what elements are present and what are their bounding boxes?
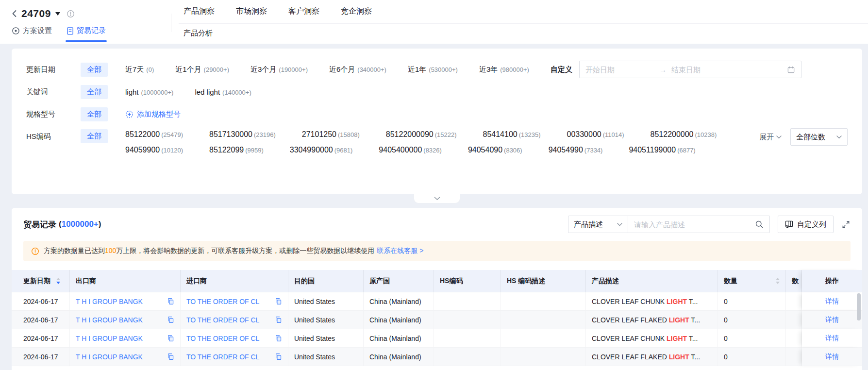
cell-product-desc: CLOVER LEAF FLAKED LIGHT T... — [586, 311, 718, 329]
date-option-3m[interactable]: 近3个月(190000+) — [250, 65, 308, 74]
keyword-option-light[interactable]: light(1000000+) — [125, 88, 173, 96]
sort-date-control[interactable] — [56, 276, 60, 286]
hs-code-option[interactable]: 9405400000(8326) — [379, 146, 442, 154]
customize-columns-label: 自定义列 — [797, 220, 826, 229]
fullscreen-icon[interactable] — [841, 220, 851, 229]
end-date-input[interactable] — [671, 66, 744, 74]
cell-exporter: T H I GROUP BANGK — [70, 329, 181, 348]
tab-trade-records[interactable]: 贸易记录 — [67, 26, 106, 35]
collapse-filter-tab[interactable] — [414, 194, 460, 203]
nav-product-insight[interactable]: 产品洞察 — [184, 6, 215, 17]
cell-unit — [786, 348, 802, 366]
copy-icon[interactable] — [271, 353, 282, 360]
date-option-3y[interactable]: 近3年(980000+) — [479, 65, 529, 74]
keyword-highlight: LIGHT — [667, 298, 687, 305]
detail-link[interactable]: 详情 — [825, 353, 839, 360]
spec-all-chip[interactable]: 全部 — [81, 107, 108, 121]
search-input[interactable] — [634, 220, 755, 229]
date-option-1y[interactable]: 近1年(530000+) — [408, 65, 458, 74]
subnav-product-analysis[interactable]: 产品分析 — [184, 29, 213, 38]
exporter-link[interactable]: T H I GROUP BANGK — [76, 353, 143, 361]
add-spec-label: 添加规格型号 — [137, 110, 181, 119]
importer-link[interactable]: TO THE ORDER OF CL — [186, 316, 259, 324]
cell-exporter: T H I GROUP BANGK — [70, 311, 181, 329]
importer-link[interactable]: TO THE ORDER OF CL — [186, 298, 259, 305]
cell-date: 2024-06-17 — [12, 292, 70, 311]
page-title[interactable]: 24709 — [21, 8, 51, 19]
detail-link[interactable]: 详情 — [825, 334, 839, 342]
keyword-all-chip[interactable]: 全部 — [81, 85, 108, 99]
keyword-option-led-light[interactable]: led light(140000+) — [195, 88, 251, 96]
nav-market-insight[interactable]: 市场洞察 — [236, 6, 267, 17]
search-icon[interactable] — [755, 220, 764, 229]
add-spec-button[interactable]: 添加规格型号 — [125, 110, 181, 119]
info-icon[interactable] — [67, 10, 75, 18]
detail-link[interactable]: 详情 — [825, 297, 839, 305]
chevron-down-icon — [776, 135, 782, 139]
date-all-chip[interactable]: 全部 — [81, 63, 108, 77]
plan-tabs: 方案设置 贸易记录 — [12, 26, 106, 35]
cell-importer: TO THE ORDER OF CL — [181, 311, 288, 329]
title-dropdown-caret-icon[interactable] — [55, 12, 60, 18]
col-exporter: 出口商 — [70, 270, 181, 292]
hs-code-option[interactable]: 94054090(8306) — [468, 146, 522, 154]
customize-columns-button[interactable]: 自定义列 — [778, 216, 834, 233]
date-option-6m[interactable]: 近6个月(340000+) — [329, 65, 386, 74]
copy-icon[interactable] — [163, 298, 174, 305]
importer-link[interactable]: TO THE ORDER OF CL — [186, 353, 259, 361]
table-row: 2024-06-17 T H I GROUP BANGK TO THE ORDE… — [12, 292, 862, 311]
copy-icon[interactable] — [163, 353, 174, 360]
cell-date: 2024-06-17 — [12, 329, 70, 348]
date-range-picker[interactable]: → — [579, 61, 801, 78]
quota-warning-banner: 方案的数据量已达到100万上限，将会影响数据的更新，可联系客服升级方案，或删除一… — [23, 241, 851, 261]
chevron-down-icon — [836, 135, 842, 139]
hs-code-option[interactable]: 00330000(11014) — [567, 130, 624, 139]
hs-code-option[interactable]: 85122000090(15222) — [386, 130, 457, 139]
hs-code-option[interactable]: 27101250(15808) — [302, 130, 360, 139]
hs-expand-toggle[interactable]: 展开 — [759, 133, 782, 142]
hs-code-option[interactable]: 85122099(9959) — [209, 146, 264, 154]
nav-competitor-insight[interactable]: 竞企洞察 — [341, 6, 372, 17]
copy-icon[interactable] — [163, 335, 174, 342]
hs-all-chip[interactable]: 全部 — [81, 129, 108, 143]
detail-link[interactable]: 详情 — [825, 316, 839, 323]
copy-icon[interactable] — [271, 298, 282, 305]
copy-icon[interactable] — [271, 316, 282, 323]
sort-quantity-control[interactable] — [776, 276, 780, 286]
copy-icon[interactable] — [163, 316, 174, 323]
date-custom-label[interactable]: 自定义 — [551, 65, 572, 74]
hs-code-option[interactable]: 94059900(10120) — [125, 146, 183, 154]
contact-support-link[interactable]: 联系在线客服 > — [377, 247, 423, 255]
hs-code-option[interactable]: 85414100(13235) — [483, 130, 541, 139]
search-field-select[interactable]: 产品描述 — [568, 216, 628, 233]
hs-code-option[interactable]: 94054990(7334) — [549, 146, 603, 154]
cell-product-desc: CLOVER LEAF CHUNK LIGHT T... — [586, 292, 718, 311]
hs-code-option[interactable]: 8517130000(23196) — [209, 130, 276, 139]
tab-plan-settings[interactable]: 方案设置 — [12, 26, 52, 35]
date-option-7d[interactable]: 近7天(0) — [125, 65, 154, 74]
chevron-down-icon — [434, 197, 440, 201]
hs-code-option[interactable]: 3304990000(9681) — [290, 146, 353, 154]
nav-customer-insight[interactable]: 客户洞察 — [288, 6, 319, 17]
col-product-desc: 产品描述 — [586, 270, 718, 292]
exporter-link[interactable]: T H I GROUP BANGK — [76, 298, 143, 305]
cell-unit — [786, 292, 802, 311]
top-bar: 24709 方案设置 贸易记录 产品洞察 市场洞察 客户洞察 竞企洞察 产品分析 — [0, 0, 868, 44]
start-date-input[interactable] — [585, 66, 658, 74]
search-box — [628, 216, 770, 233]
col-quantity: 数量 — [718, 270, 786, 292]
records-header: 贸易记录 (1000000+) 产品描述 自定义列 — [12, 208, 862, 233]
importer-link[interactable]: TO THE ORDER OF CL — [186, 335, 259, 342]
hs-code-option[interactable]: 8512200000(10238) — [651, 130, 717, 139]
hs-code-option[interactable]: 85122000(25479) — [125, 130, 183, 139]
hs-digits-select[interactable]: 全部位数 — [790, 128, 848, 146]
col-unit-truncated: 数 — [786, 270, 802, 292]
cell-hs-code — [434, 311, 501, 329]
date-option-1m[interactable]: 近1个月(29000+) — [175, 65, 229, 74]
hs-code-option[interactable]: 94051199000(6877) — [629, 146, 695, 154]
vertical-scrollbar-thumb[interactable] — [857, 293, 861, 320]
copy-icon[interactable] — [271, 335, 282, 342]
exporter-link[interactable]: T H I GROUP BANGK — [76, 335, 143, 342]
exporter-link[interactable]: T H I GROUP BANGK — [76, 316, 143, 324]
back-icon[interactable] — [12, 10, 17, 17]
